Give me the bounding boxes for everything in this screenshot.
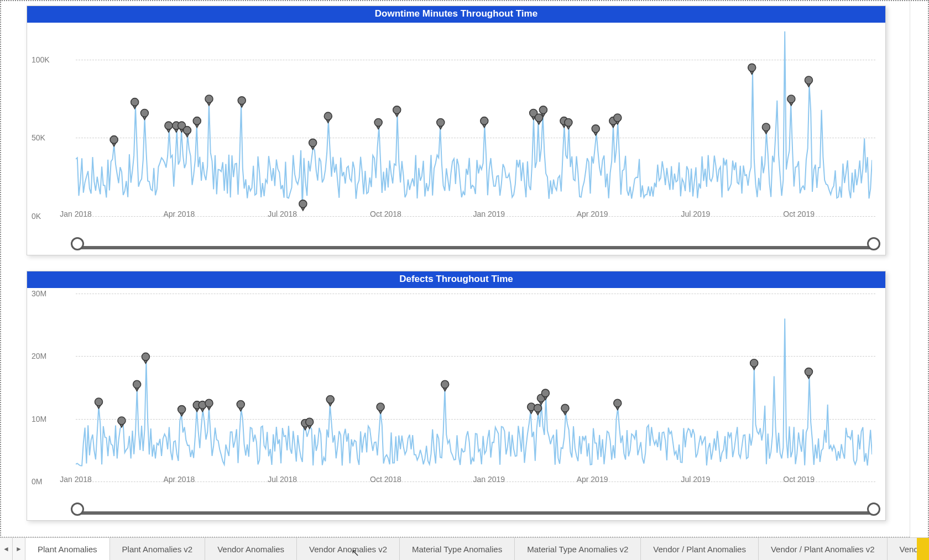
svg-point-11 xyxy=(309,139,317,146)
anomaly-marker[interactable] xyxy=(205,399,213,410)
time-slider-handle-start[interactable] xyxy=(71,237,84,250)
page-tab[interactable]: Vendor / Plant Ano xyxy=(888,538,917,560)
anomaly-marker[interactable] xyxy=(237,401,244,411)
svg-point-48 xyxy=(614,399,622,407)
svg-point-30 xyxy=(118,417,126,425)
svg-point-0 xyxy=(110,136,118,144)
time-slider-handle-end[interactable] xyxy=(867,503,880,516)
svg-point-21 xyxy=(565,119,572,127)
svg-point-19 xyxy=(539,106,547,114)
svg-point-41 xyxy=(377,403,384,411)
svg-point-28 xyxy=(805,76,812,84)
svg-point-6 xyxy=(183,127,191,134)
svg-point-22 xyxy=(592,125,599,133)
anomaly-marker[interactable] xyxy=(178,406,186,416)
page-tab-bar: ◄ ► Plant AnomaliesPlant Anomalies v2Ven… xyxy=(0,537,929,560)
anomaly-marker[interactable] xyxy=(110,136,118,146)
svg-point-10 xyxy=(299,200,307,208)
visual-defects[interactable]: Defects Throughout Time 0M10M20M30MJan 2… xyxy=(27,271,886,521)
anomaly-marker[interactable] xyxy=(565,119,572,129)
page-tab[interactable]: Material Type Anomalies v2 xyxy=(515,538,641,560)
page-tab[interactable]: Plant Anomalies xyxy=(25,538,110,560)
svg-point-12 xyxy=(324,112,332,120)
anomaly-marker[interactable] xyxy=(140,109,148,120)
time-slider-handle-start[interactable] xyxy=(71,503,84,516)
anomaly-marker[interactable] xyxy=(441,380,449,391)
anomaly-marker[interactable] xyxy=(205,95,213,106)
anomaly-marker[interactable] xyxy=(535,114,543,124)
svg-point-40 xyxy=(326,395,334,403)
y-tick-label: 20M xyxy=(32,352,46,360)
chart-title: Downtime Minutes Throughout Time xyxy=(27,6,885,23)
visual-downtime[interactable]: Downtime Minutes Throughout Time 0K50K10… xyxy=(27,6,886,255)
time-slider-track[interactable] xyxy=(76,511,875,515)
side-panel-toggle[interactable] xyxy=(917,538,929,560)
svg-point-46 xyxy=(541,389,549,397)
chart-plot-area[interactable]: 0M10M20M30MJan 2018Apr 2018Jul 2018Oct 2… xyxy=(27,288,885,498)
anomaly-marker[interactable] xyxy=(238,97,246,107)
chart-plot-area[interactable]: 0K50K100KJan 2018Apr 2018Jul 2018Oct 201… xyxy=(27,23,885,233)
y-tick-label: 0K xyxy=(32,212,41,221)
svg-point-8 xyxy=(205,95,213,103)
series-line xyxy=(76,318,872,465)
anomaly-marker[interactable] xyxy=(131,98,139,109)
panes-strip xyxy=(910,1,928,539)
anomaly-marker[interactable] xyxy=(481,117,488,128)
page-tab[interactable]: Material Type Anomalies xyxy=(400,538,515,560)
anomaly-marker[interactable] xyxy=(309,139,317,149)
page-tab[interactable]: Vendor / Plant Anomalies v2 xyxy=(759,538,888,560)
anomaly-marker[interactable] xyxy=(95,398,102,409)
svg-point-2 xyxy=(140,109,148,117)
anomaly-marker[interactable] xyxy=(324,112,332,123)
anomaly-marker[interactable] xyxy=(805,368,812,379)
svg-point-29 xyxy=(95,398,102,406)
anomaly-marker[interactable] xyxy=(614,399,622,410)
anomaly-marker[interactable] xyxy=(762,123,770,134)
anomaly-marker[interactable] xyxy=(805,76,812,87)
time-slider-track[interactable] xyxy=(76,246,875,249)
page-tab[interactable]: Vendor / Plant Anomalies xyxy=(641,538,759,560)
y-tick-label: 50K xyxy=(32,133,45,142)
svg-point-7 xyxy=(193,117,201,125)
anomaly-marker[interactable] xyxy=(326,395,334,406)
anomaly-marker[interactable] xyxy=(142,353,149,363)
anomaly-marker[interactable] xyxy=(787,95,795,106)
y-tick-label: 100K xyxy=(32,55,50,64)
anomaly-marker[interactable] xyxy=(133,380,141,391)
svg-point-25 xyxy=(748,64,756,71)
page-tab[interactable]: Vendor Anomalies v2 xyxy=(297,538,400,560)
anomaly-marker[interactable] xyxy=(118,417,126,427)
svg-point-37 xyxy=(237,401,244,409)
tab-scroll: Plant AnomaliesPlant Anomalies v2Vendor … xyxy=(25,538,917,560)
anomaly-marker[interactable] xyxy=(165,122,173,132)
anomaly-marker[interactable] xyxy=(393,106,401,117)
report-canvas[interactable]: Downtime Minutes Throughout Time 0K50K10… xyxy=(0,0,929,538)
anomaly-marker[interactable] xyxy=(561,404,569,415)
svg-point-39 xyxy=(306,418,314,426)
anomaly-marker[interactable] xyxy=(592,125,599,135)
anomaly-marker[interactable] xyxy=(750,359,758,370)
svg-point-47 xyxy=(561,404,569,412)
anomaly-marker[interactable] xyxy=(748,64,756,74)
anomaly-marker[interactable] xyxy=(374,119,382,129)
tab-nav-next[interactable]: ► xyxy=(13,538,25,560)
svg-point-3 xyxy=(165,122,173,129)
svg-point-44 xyxy=(534,404,542,412)
tab-nav-prev[interactable]: ◄ xyxy=(0,538,13,560)
svg-point-32 xyxy=(142,353,149,360)
svg-point-14 xyxy=(393,106,401,114)
page-tab[interactable]: Plant Anomalies v2 xyxy=(110,538,206,560)
svg-point-15 xyxy=(437,119,445,127)
svg-point-9 xyxy=(238,97,246,104)
anomaly-marker[interactable] xyxy=(299,200,307,211)
anomaly-marker[interactable] xyxy=(183,127,191,137)
chart-title: Defects Throughout Time xyxy=(27,271,885,288)
time-slider-handle-end[interactable] xyxy=(867,237,880,250)
svg-point-1 xyxy=(131,98,139,106)
anomaly-marker[interactable] xyxy=(437,119,445,129)
anomaly-marker[interactable] xyxy=(193,117,201,128)
page-tab[interactable]: Vendor Anomalies xyxy=(205,538,297,560)
y-tick-label: 30M xyxy=(32,289,46,298)
svg-point-50 xyxy=(805,368,812,376)
anomaly-marker[interactable] xyxy=(377,403,384,414)
